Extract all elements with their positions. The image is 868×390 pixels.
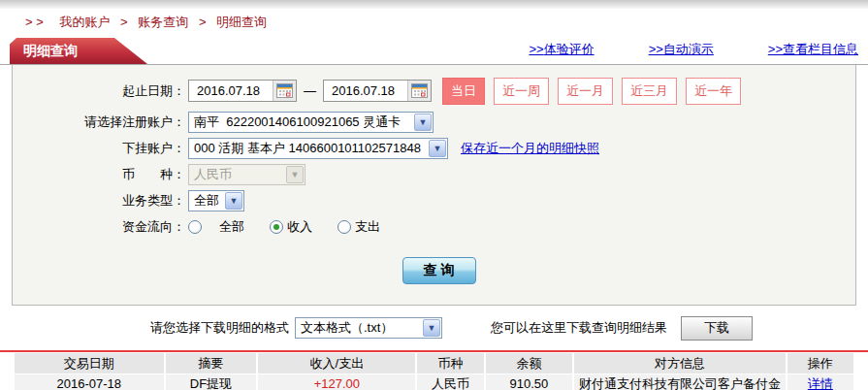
fund-flow-label: 资金流向： bbox=[13, 218, 185, 236]
period-buttons: 当日 近一周 近一月 近三月 近一年 bbox=[442, 78, 741, 105]
fund-flow-options: 全部 收入 支出 bbox=[188, 218, 405, 236]
date-range-dash: — bbox=[304, 83, 316, 98]
radio-all-label: 全部 bbox=[219, 218, 244, 236]
tab-bar: 明细查询 >>体验评价 >>自动演示 >>查看栏目信息 bbox=[0, 35, 868, 65]
registered-account-label: 请选择注册账户： bbox=[13, 114, 185, 131]
chevron-down-icon[interactable]: ▼ bbox=[414, 114, 432, 131]
download-format-label: 请您选择下载明细的格式 bbox=[150, 319, 289, 337]
registered-account-select[interactable]: 南平 6222001406100921065 灵通卡 ▼ bbox=[188, 112, 434, 133]
business-type-row: 业务类型： 全部 ▼ bbox=[13, 187, 855, 213]
download-button[interactable]: 下载 bbox=[681, 316, 753, 341]
start-date-value[interactable]: 2016.07.18 bbox=[189, 83, 273, 98]
header-summary: 摘要 bbox=[166, 353, 257, 374]
table-header-row: 交易日期 摘要 收入/支出 币种 余额 对方信息 操作 bbox=[15, 353, 853, 374]
period-today-button[interactable]: 当日 bbox=[442, 78, 485, 105]
end-date-value[interactable]: 2016.07.18 bbox=[324, 83, 407, 98]
header-currency: 币种 bbox=[417, 353, 483, 374]
radio-income[interactable] bbox=[270, 220, 283, 234]
breadcrumb-separator: > bbox=[120, 15, 128, 29]
cell-counterparty: 财付通支付科技有限公司客户备付金 bbox=[574, 374, 786, 390]
currency-row: 币 种： 人民币 ▼ bbox=[13, 161, 855, 187]
auto-demo-link[interactable]: >>自动演示 bbox=[649, 41, 714, 58]
period-month-button[interactable]: 近一月 bbox=[558, 78, 613, 105]
calendar-icon[interactable] bbox=[273, 81, 296, 101]
radio-expense-label: 支出 bbox=[355, 218, 380, 236]
header-income-expense: 收入/支出 bbox=[258, 353, 415, 374]
breadcrumb-item-my-account[interactable]: 我的账户 bbox=[59, 15, 110, 29]
period-quarter-button[interactable]: 近三月 bbox=[622, 78, 677, 105]
breadcrumb-separator: > bbox=[199, 15, 207, 29]
currency-select: 人民币 ▼ bbox=[188, 164, 305, 185]
tab-label: 明细查询 bbox=[23, 43, 78, 60]
sub-account-row: 下挂账户： 000 活期 基本户 1406600101102571848 ▼ 保… bbox=[13, 135, 855, 161]
save-snapshot-link[interactable]: 保存近一个月的明细快照 bbox=[461, 140, 599, 157]
business-type-select[interactable]: 全部 ▼ bbox=[188, 190, 244, 211]
breadcrumb-item-account-query[interactable]: 账务查询 bbox=[138, 15, 188, 29]
query-form: 起止日期： 2016.07.18 — 2016.07.18 bbox=[12, 65, 856, 306]
date-range-row: 起止日期： 2016.07.18 — 2016.07.18 bbox=[13, 78, 855, 104]
period-year-button[interactable]: 近一年 bbox=[686, 78, 741, 105]
download-hint: 您可以在这里下载查询明细结果 bbox=[491, 319, 667, 337]
radio-all[interactable] bbox=[188, 220, 202, 234]
sub-account-select[interactable]: 000 活期 基本户 1406600101102571848 ▼ bbox=[188, 138, 448, 159]
header-links: >>体验评价 >>自动演示 >>查看栏目信息 bbox=[529, 41, 858, 58]
sub-account-label: 下挂账户： bbox=[13, 140, 185, 157]
cell-currency: 人民币 bbox=[417, 374, 483, 390]
query-button[interactable]: 查 询 bbox=[402, 257, 476, 284]
date-range-label: 起止日期： bbox=[13, 82, 185, 100]
business-type-label: 业务类型： bbox=[13, 192, 185, 210]
header-action: 操作 bbox=[788, 353, 853, 374]
header-counterparty: 对方信息 bbox=[574, 353, 786, 374]
header-balance: 余额 bbox=[486, 353, 573, 374]
breadcrumb: > > 我的账户 > 账务查询 > 明细查询 bbox=[0, 9, 868, 35]
calendar-icon[interactable] bbox=[407, 81, 431, 101]
results-table: 交易日期 摘要 收入/支出 币种 余额 对方信息 操作 2016-07-18 D… bbox=[13, 352, 855, 390]
chevron-down-icon[interactable]: ▼ bbox=[423, 319, 440, 337]
cell-summary: DF提现 bbox=[166, 374, 257, 390]
fund-flow-row: 资金流向： 全部 收入 支出 bbox=[13, 213, 855, 240]
start-date-input[interactable]: 2016.07.18 bbox=[188, 80, 297, 102]
breadcrumb-prefix: > > bbox=[25, 15, 44, 29]
cell-amount: +127.00 bbox=[258, 374, 415, 390]
chevron-down-icon[interactable]: ▼ bbox=[225, 192, 242, 210]
radio-income-label: 收入 bbox=[287, 218, 312, 236]
top-gradient-bar bbox=[0, 0, 868, 9]
query-button-row: 查 询 bbox=[13, 257, 855, 284]
detail-link[interactable]: 详情 bbox=[808, 376, 833, 390]
cell-balance: 910.50 bbox=[486, 374, 573, 390]
header-trade-date: 交易日期 bbox=[15, 353, 164, 374]
breadcrumb-item-detail-query[interactable]: 明细查询 bbox=[216, 15, 267, 29]
currency-label: 币 种： bbox=[13, 166, 185, 183]
chevron-down-icon: ▼ bbox=[286, 166, 304, 183]
table-row: 2016-07-18 DF提现 +127.00 人民币 910.50 财付通支付… bbox=[15, 374, 853, 390]
view-column-info-link[interactable]: >>查看栏目信息 bbox=[768, 41, 858, 58]
radio-expense[interactable] bbox=[338, 220, 351, 234]
cell-action: 详情 bbox=[788, 374, 853, 390]
download-row: 请您选择下载明细的格式 文本格式（.txt） ▼ 您可以在这里下载查询明细结果 … bbox=[0, 306, 868, 350]
cell-trade-date: 2016-07-18 bbox=[15, 374, 164, 390]
tab-detail-query[interactable]: 明细查询 bbox=[10, 38, 147, 64]
end-date-input[interactable]: 2016.07.18 bbox=[323, 80, 432, 102]
period-week-button[interactable]: 近一周 bbox=[494, 78, 549, 105]
experience-evaluation-link[interactable]: >>体验评价 bbox=[529, 41, 594, 58]
download-format-select[interactable]: 文本格式（.txt） ▼ bbox=[295, 317, 442, 339]
registered-account-row: 请选择注册账户： 南平 6222001406100921065 灵通卡 ▼ bbox=[13, 109, 855, 135]
chevron-down-icon[interactable]: ▼ bbox=[429, 140, 446, 157]
